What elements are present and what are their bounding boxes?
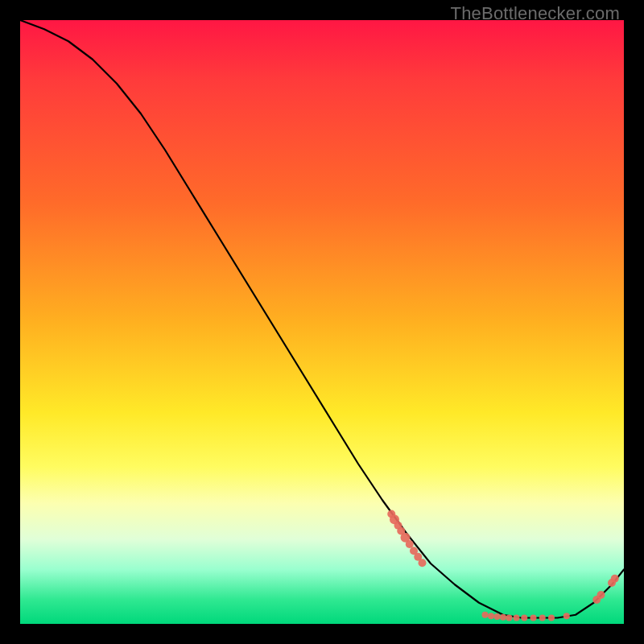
- chart-marker: [488, 613, 494, 619]
- chart-marker: [530, 615, 537, 621]
- chart-marker: [521, 615, 527, 621]
- chart-marker: [506, 615, 513, 621]
- watermark-text: TheBottlenecker.com: [451, 3, 620, 24]
- chart-marker: [406, 540, 414, 548]
- chart-marker: [611, 575, 619, 583]
- chart-overlay: [20, 20, 624, 624]
- chart-marker: [500, 614, 506, 621]
- chart-marker: [482, 612, 489, 618]
- chart-marker: [419, 559, 427, 567]
- chart-marker: [494, 613, 501, 620]
- chart-marker: [564, 613, 570, 619]
- chart-frame: [20, 20, 624, 624]
- chart-markers: [387, 510, 619, 621]
- chart-curve: [20, 20, 624, 618]
- chart-marker: [514, 615, 520, 621]
- chart-marker: [597, 591, 605, 599]
- chart-marker: [539, 615, 546, 621]
- chart-marker: [548, 615, 555, 621]
